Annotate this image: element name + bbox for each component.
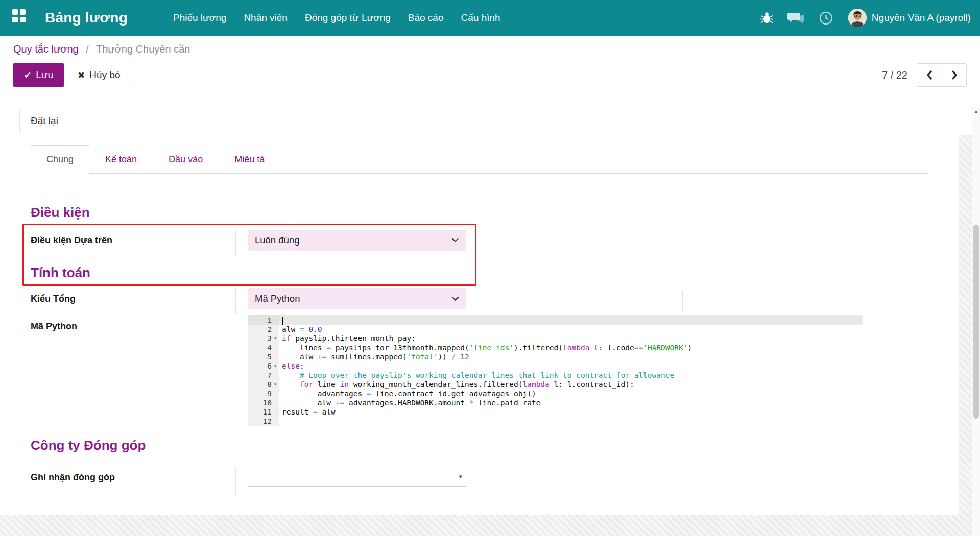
contribution-section-title: Công ty Đóng góp [31,436,928,454]
code-line-5[interactable]: 5 alw += sum(lines.mapped('total')) / 12 [248,352,863,361]
code-text: for line in working_month_calendar_lines… [279,380,634,389]
line-number: 6▾ [248,361,279,371]
line-number: 4 [248,343,279,352]
code-text: alw += advantages.HARDWORK.amount * line… [279,398,540,407]
code-text: alw += sum(lines.mapped('total')) / 12 [279,352,469,361]
code-line-9[interactable]: 9 advantages = line.contract_id.get_adva… [248,389,863,398]
menu-item-1[interactable]: Nhân viên [237,7,294,29]
code-line-3[interactable]: 3▾if payslip.thirteen_month_pay: [248,334,863,343]
app-title[interactable]: Bảng lương [45,10,128,26]
contribution-section: Công ty Đóng góp Ghi nhận đóng góp ▾ [31,436,928,496]
computation-section: Tính toán Kiểu Tổng Mã Python Mã Python [31,263,928,426]
tab-2[interactable]: Đầu vào [153,145,219,174]
amount-type-label: Kiểu Tổng [31,288,236,314]
fold-arrow-icon[interactable]: ▾ [272,361,279,371]
code-line-8[interactable]: 8▾ for line in working_month_calendar_li… [248,380,863,389]
code-line-1[interactable]: 1 [248,315,863,325]
group-column-separator [682,290,683,312]
code-text: advantages = line.contract_id.get_advata… [279,389,536,398]
line-number: 8▾ [248,380,279,389]
condition-section-title: Điều kiện [31,203,928,222]
condition-section: Điều kiện Điều kiện Dựa trên Luôn đúng [31,203,928,256]
pager-value: 7 / 22 [882,69,907,81]
chevron-down-icon [451,296,459,301]
tab-3[interactable]: Miêu tả [219,145,280,174]
top-navbar: Bảng lương Phiếu lươngNhân viênĐóng góp … [0,0,980,36]
menu-item-3[interactable]: Báo cáo [402,7,450,29]
chevron-right-icon [951,70,958,80]
form-sheet: ChungKế toánĐầu vàoMiêu tả Điều kiện Điề… [0,135,959,515]
breadcrumb: Quy tắc lương / Thưởng Chuyên cần [13,43,967,55]
breadcrumb-parent-link[interactable]: Quy tắc lương [13,43,79,55]
code-line-2[interactable]: 2alw = 0.0 [248,325,863,334]
page-root: Bảng lương Phiếu lươngNhân viênĐóng góp … [0,0,980,536]
activities-clock-icon[interactable] [819,11,833,25]
x-icon: ✖ [78,70,85,81]
code-line-4[interactable]: 4 lines = payslips_for_13thmonth.mapped(… [248,343,863,352]
form-content: ChungKế toánĐầu vàoMiêu tả Điều kiện Điề… [0,135,972,536]
scroll-up-arrow-icon[interactable]: ▲ [972,107,980,115]
form-statusbar: Đặt lại [0,106,980,135]
navbar-right: Nguyễn Văn A (payroll) [746,9,971,27]
messages-chat-icon[interactable] [787,11,805,25]
main-menu: Phiếu lươngNhân viênĐóng góp từ LươngBáo… [164,7,509,29]
avatar-photo [848,9,867,27]
text-cursor [282,317,283,325]
discard-button[interactable]: ✖ Hủy bỏ [67,63,131,87]
breadcrumb-current: Thưởng Chuyên cần [96,43,190,55]
code-line-11[interactable]: 11result = alw [248,407,863,417]
code-text: alw = 0.0 [279,325,322,334]
code-text [279,315,283,325]
condition-based-on-select[interactable]: Luôn đúng [248,230,466,251]
vertical-scrollbar[interactable]: ▲ [972,106,980,536]
pager-previous-button[interactable] [917,63,942,87]
line-number: 11 [248,407,279,417]
tab-1[interactable]: Kế toán [89,145,153,174]
line-number: 5 [248,352,279,361]
caret-down-icon: ▾ [459,473,462,480]
line-number: 1 [248,315,279,325]
python-code-editor[interactable]: 12alw = 0.03▾if payslip.thirteen_month_p… [248,315,863,426]
fold-arrow-icon[interactable]: ▾ [272,334,279,343]
code-text: result = alw [279,407,336,417]
code-line-10[interactable]: 10 alw += advantages.HARDWORK.amount * l… [248,398,863,407]
user-menu[interactable]: Nguyễn Văn A (payroll) [872,12,971,23]
reset-button[interactable]: Đặt lại [19,110,69,132]
pager-next-button[interactable] [942,63,967,87]
code-text: else: [279,361,304,371]
code-text [279,417,282,426]
code-line-6[interactable]: 6▾else: [248,361,863,371]
debug-bug-icon[interactable] [760,11,773,25]
chevron-left-icon [926,70,933,80]
user-avatar[interactable] [848,9,867,27]
line-number: 7 [248,371,279,380]
chevron-down-icon [451,238,459,242]
contribution-register-label: Ghi nhận đóng góp [31,467,236,496]
amount-type-select[interactable]: Mã Python [248,288,466,309]
contribution-register-field[interactable]: ▾ [248,467,466,487]
line-number: 9 [248,389,279,398]
fold-arrow-icon[interactable]: ▾ [272,380,279,389]
code-text: if payslip.thirteen_month_pay: [279,334,416,343]
save-button-label: Lưu [36,69,53,81]
python-code-label: Mã Python [31,315,236,342]
apps-menu-icon[interactable] [12,9,30,27]
breadcrumb-separator: / [86,43,89,55]
save-button[interactable]: ✔ Lưu [13,63,64,87]
discard-button-label: Hủy bỏ [89,69,120,81]
line-number: 12 [248,417,279,426]
line-number: 2 [248,325,279,334]
notebook-tabs: ChungKế toánĐầu vàoMiêu tả [31,145,928,174]
code-text: # Loop over the payslip's working calend… [279,371,674,380]
clock-icon [819,11,833,25]
code-line-12[interactable]: 12 [248,417,863,426]
menu-item-2[interactable]: Đóng góp từ Lương [299,7,397,29]
line-number: 3▾ [248,334,279,343]
control-panel: Quy tắc lương / Thưởng Chuyên cần ✔ Lưu … [0,36,980,106]
scrollbar-thumb[interactable] [973,225,979,419]
menu-item-0[interactable]: Phiếu lương [167,7,232,29]
tab-0[interactable]: Chung [31,145,89,174]
menu-item-4[interactable]: Cấu hình [455,7,507,29]
condition-based-on-value: Luôn đúng [255,235,299,246]
code-line-7[interactable]: 7 # Loop over the payslip's working cale… [248,371,863,380]
